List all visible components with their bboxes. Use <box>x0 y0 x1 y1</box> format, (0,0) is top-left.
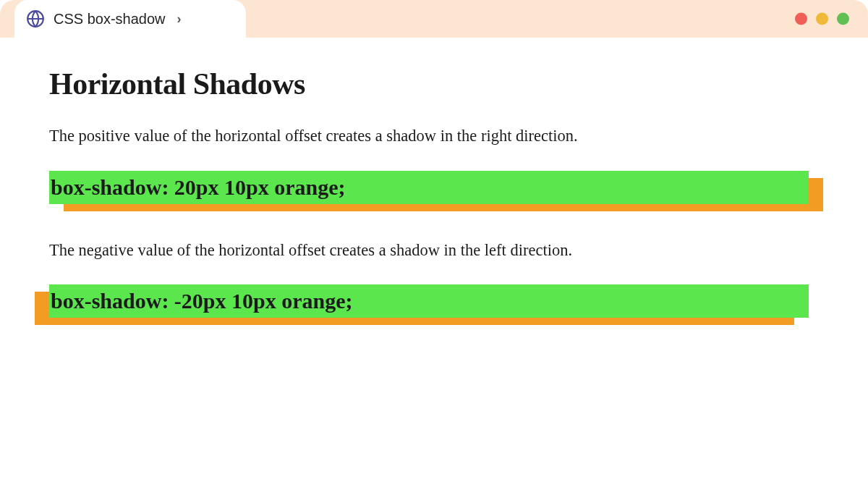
page-heading: Horizontal Shadows <box>49 67 819 101</box>
desc-positive: The positive value of the horizontal off… <box>49 124 819 148</box>
maximize-dot[interactable] <box>837 13 849 25</box>
desc-negative: The negative value of the horizontal off… <box>49 239 819 262</box>
close-dot[interactable] <box>795 13 807 25</box>
tab-title: CSS box-shadow <box>54 11 166 28</box>
browser-tab[interactable]: CSS box-shadow › <box>14 0 246 38</box>
minimize-dot[interactable] <box>816 13 828 25</box>
page-content: Horizontal Shadows The positive value of… <box>0 38 868 374</box>
demo-box-negative: box-shadow: -20px 10px orange; <box>49 284 809 318</box>
globe-icon <box>26 9 45 28</box>
chevron-right-icon: › <box>177 12 182 27</box>
window-controls <box>795 13 849 25</box>
browser-topbar: CSS box-shadow › <box>0 0 868 38</box>
demo-box-positive: box-shadow: 20px 10px orange; <box>49 171 809 204</box>
